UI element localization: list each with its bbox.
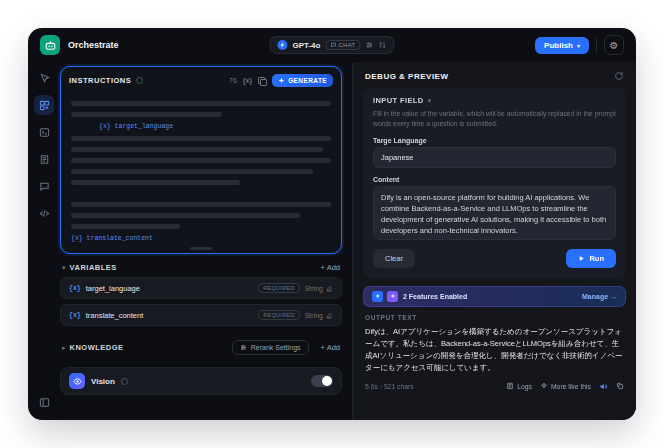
prompt-variable-token[interactable]: {x} target_language [99, 123, 331, 130]
clear-button[interactable]: Clear [373, 249, 415, 268]
instructions-card[interactable]: INSTRUCTIONS 76 {x} GENERATE {x} target_… [60, 66, 342, 254]
required-badge: REQUIRED [258, 310, 299, 320]
top-bar: Orchestrate GPT-4o CHAT Publish▾ ⚙ [28, 28, 636, 62]
model-selector[interactable]: GPT-4o CHAT [269, 36, 394, 54]
redacted-prompt-line [71, 101, 331, 106]
sidebar-item-logs[interactable] [34, 149, 54, 169]
vision-label: Vision [91, 377, 115, 386]
run-button[interactable]: Run [566, 249, 616, 268]
insert-variable-icon[interactable]: {x} [243, 77, 252, 84]
output-actions: Logs More like this [506, 382, 624, 391]
feature-icon-1 [372, 291, 383, 302]
chevron-right-icon: ▸ [62, 344, 66, 352]
vision-toggle[interactable] [311, 375, 333, 387]
variable-name: translate_content [86, 311, 144, 320]
model-name: GPT-4o [292, 41, 320, 50]
sidebar-item-preview[interactable] [34, 122, 54, 142]
language-field-label: Targe Language [373, 137, 616, 144]
vision-icon [69, 373, 85, 389]
redacted-prompt-line [71, 136, 331, 141]
redacted-prompt-line [71, 180, 240, 185]
collapse-panel-icon[interactable] [34, 392, 54, 412]
knowledge-title: KNOWLEDGE [70, 343, 124, 352]
redacted-prompt-line [71, 147, 323, 152]
variable-row[interactable]: {x} translate_content REQUIRED String [60, 304, 342, 326]
app-window: Orchestrate GPT-4o CHAT Publish▾ ⚙ [28, 28, 636, 420]
sidebar-item-orchestrate[interactable] [34, 95, 54, 115]
output-title: OUTPUT TEXT [365, 314, 624, 321]
variable-type: String [305, 285, 333, 292]
variable-icon: {x} [69, 312, 81, 319]
copy-icon[interactable] [258, 77, 266, 85]
knowledge-section-header[interactable]: ▸ KNOWLEDGE Rerank Settings + Add [60, 331, 342, 360]
main-area: INSTRUCTIONS 76 {x} GENERATE {x} target_… [28, 62, 636, 420]
dify-logo-icon[interactable] [40, 35, 60, 55]
variables-title: VARIABLES [70, 263, 117, 272]
debug-preview-panel: DEBUG & PREVIEW INPUT FIELD▾ Fill in the… [352, 62, 636, 420]
variable-icon: {x} [69, 285, 81, 292]
features-enabled-text: 2 Features Enabled [403, 293, 467, 300]
variable-name: target_language [86, 284, 140, 293]
logs-button[interactable]: Logs [506, 382, 532, 390]
variable-row[interactable]: {x} target_language REQUIRED String [60, 277, 342, 299]
divider [596, 38, 597, 52]
redacted-prompt-line [71, 158, 331, 163]
back-cursor-icon[interactable] [34, 68, 54, 88]
speaker-icon[interactable] [599, 382, 608, 391]
spacer [71, 191, 331, 196]
info-icon [121, 378, 128, 385]
variables-section-header[interactable]: ▾ VARIABLES + Add [60, 254, 342, 277]
prompt-editor[interactable]: {x} target_language{x} translate_content [61, 90, 341, 253]
content-textarea[interactable] [373, 186, 616, 240]
info-icon [136, 77, 143, 84]
instructions-actions: 76 {x} GENERATE [229, 74, 333, 87]
sidebar-rail [28, 62, 60, 420]
form-actions: Clear Run [373, 249, 616, 268]
manage-features-link[interactable]: Manage → [582, 293, 617, 300]
resize-handle[interactable] [190, 247, 212, 250]
model-params-icon[interactable] [366, 41, 374, 49]
sidebar-item-annotation[interactable] [34, 176, 54, 196]
features-enabled-bar[interactable]: 2 Features Enabled Manage → [363, 286, 626, 307]
output-stats: 5.6s · 521 chars [365, 383, 414, 390]
sidebar-item-api[interactable] [34, 203, 54, 223]
redacted-prompt-line [71, 224, 180, 229]
rerank-settings-button[interactable]: Rerank Settings [232, 340, 309, 355]
redacted-prompt-line [71, 112, 222, 117]
edit-icon [326, 285, 333, 292]
model-provider-icon [277, 40, 287, 50]
redacted-prompt-line [71, 202, 331, 207]
top-bar-actions: Publish▾ ⚙ [535, 35, 624, 55]
refresh-icon[interactable] [614, 71, 624, 81]
edit-icon [326, 312, 333, 319]
redacted-prompt-line [71, 213, 300, 218]
add-variable-button[interactable]: + Add [321, 263, 340, 272]
input-field-collapse[interactable]: INPUT FIELD▾ [373, 96, 616, 105]
generate-button[interactable]: GENERATE [272, 74, 333, 87]
instructions-header: INSTRUCTIONS 76 {x} GENERATE [61, 67, 341, 90]
page-title: Orchestrate [68, 40, 119, 50]
output-text: Difyは、AIアプリケーションを構築するためのオープンソースプラットフォームで… [365, 326, 624, 374]
content-field-label: Content [373, 176, 616, 183]
publish-button[interactable]: Publish▾ [535, 37, 589, 54]
input-field-description: Fill in the value of the variable, which… [373, 109, 616, 129]
add-knowledge-button[interactable]: + Add [321, 343, 340, 352]
redacted-prompt-line [71, 169, 313, 174]
feature-icon-2 [387, 291, 398, 302]
debug-title: DEBUG & PREVIEW [365, 72, 449, 81]
chevron-down-icon: ▾ [62, 264, 66, 272]
settings-icon[interactable]: ⚙ [604, 35, 624, 55]
required-badge: REQUIRED [258, 283, 299, 293]
output-section: OUTPUT TEXT Difyは、AIアプリケーションを構築するためのオープン… [353, 307, 636, 420]
language-input[interactable] [373, 147, 616, 168]
input-field-panel: INPUT FIELD▾ Fill in the value of the va… [363, 88, 626, 278]
copy-output-icon[interactable] [616, 382, 624, 390]
prompt-variable-token[interactable]: {x} translate_content [71, 235, 331, 242]
model-compare-icon[interactable] [379, 41, 387, 49]
debug-header: DEBUG & PREVIEW [353, 62, 636, 88]
output-footer: 5.6s · 521 chars Logs More like this [365, 382, 624, 391]
more-like-this-button[interactable]: More like this [540, 382, 591, 390]
vision-feature-row[interactable]: Vision [60, 367, 342, 395]
chat-mode-badge: CHAT [325, 40, 360, 50]
char-count: 76 [229, 77, 237, 84]
